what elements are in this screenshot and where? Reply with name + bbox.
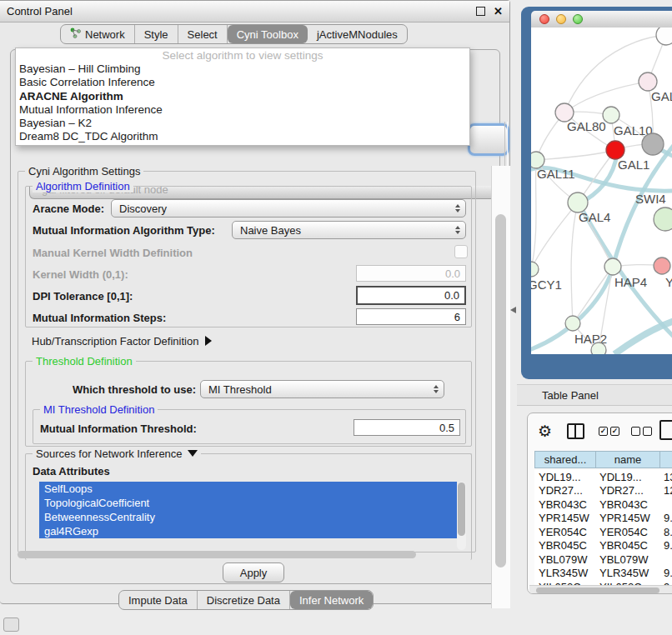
- columns-icon[interactable]: [567, 423, 584, 439]
- data-attribute-item[interactable]: gal4RGexp: [39, 524, 457, 538]
- mi-algorithm-type-select[interactable]: Naive Bayes: [232, 221, 466, 239]
- occluded-focused-combobox[interactable]: [468, 123, 509, 156]
- which-threshold-select[interactable]: MI Threshold: [200, 380, 444, 398]
- which-threshold-value: MI Threshold: [208, 383, 272, 396]
- expander-arrow-icon: [205, 336, 212, 346]
- table-row[interactable]: YDL19...YDL19...13: [534, 470, 672, 484]
- network-node[interactable]: [654, 258, 670, 274]
- tab-discretize-data[interactable]: Discretize Data: [198, 591, 290, 609]
- network-node-label: GCY1: [531, 278, 562, 292]
- top-tab-bar: Network Style Select Cyni Toolbox jActiv…: [60, 24, 408, 44]
- tab-label: Select: [188, 28, 218, 41]
- network-node[interactable]: [531, 152, 544, 168]
- table-column-header[interactable]: name: [595, 451, 659, 468]
- algorithm-option[interactable]: ARACNE Algorithm: [16, 90, 469, 103]
- tab-infer-network[interactable]: Infer Network: [290, 591, 373, 609]
- algorithm-option[interactable]: Bayesian – K2: [16, 117, 469, 130]
- tab-style[interactable]: Style: [135, 25, 178, 43]
- collapsed-panel-button[interactable]: [3, 618, 19, 632]
- float-window-icon[interactable]: [476, 7, 485, 16]
- network-node[interactable]: [606, 141, 624, 159]
- hub-factor-label: Hub/Transcription Factor Definition: [32, 335, 198, 348]
- tab-select[interactable]: Select: [178, 25, 228, 43]
- data-attributes-list[interactable]: SelfLoopsTopologicalCoefficientBetweenne…: [39, 482, 457, 538]
- network-node[interactable]: [604, 258, 621, 275]
- table-cell: YBR043C: [534, 498, 595, 511]
- hub-factor-expander[interactable]: Hub/Transcription Factor Definition: [32, 335, 212, 348]
- network-node-label: GAL1: [618, 158, 649, 172]
- list-scrollbar[interactable]: [457, 482, 466, 550]
- aracne-mode-select[interactable]: Discovery: [111, 199, 466, 218]
- algorithm-option[interactable]: Dream8 DC_TDC Algorithm: [16, 130, 469, 143]
- kernel-width-field[interactable]: 0.0: [356, 265, 466, 282]
- network-node-label: GAL11: [537, 167, 575, 181]
- tab-label: Network: [85, 28, 125, 41]
- tab-cyni-toolbox[interactable]: Cyni Toolbox: [228, 25, 308, 43]
- network-node[interactable]: [639, 72, 657, 91]
- tab-label: Impute Data: [128, 594, 188, 607]
- algorithm-dropdown-popup: Select algorithm to view settings Bayesi…: [15, 48, 470, 146]
- unchecked-box-icon: [643, 427, 652, 436]
- table-row[interactable]: YLR345WYLR345W9.: [534, 567, 672, 581]
- tab-label: Cyni Toolbox: [237, 28, 298, 41]
- algorithm-option[interactable]: Mutual Information Inference: [16, 103, 469, 117]
- algorithm-option[interactable]: Bayesian – Hill Climbing: [16, 62, 469, 76]
- data-attribute-item[interactable]: BetweennessCentrality: [39, 510, 457, 524]
- dpi-tolerance-field[interactable]: 0.0: [356, 286, 466, 305]
- deselect-all-boxes-icon[interactable]: [631, 427, 652, 436]
- network-canvas[interactable]: GALGAL80GAL10GAL1GAL11SWI4GAL4HAP4YGCY1H…: [531, 28, 672, 354]
- algorithm-option[interactable]: Basic Correlation Inference: [16, 76, 469, 89]
- network-node[interactable]: [642, 133, 664, 155]
- apply-button[interactable]: Apply: [223, 562, 284, 582]
- data-attribute-item[interactable]: TopologicalCoefficient: [39, 496, 457, 510]
- tab-jactivemnodules[interactable]: jActiveMNodules: [308, 25, 407, 43]
- close-traffic-light-icon[interactable]: [539, 14, 549, 24]
- settings-vertical-scrollbar[interactable]: [491, 166, 510, 608]
- table-panel-title: Table Panel: [542, 389, 599, 402]
- manual-kernel-label: Manual Kernel Width Definition: [33, 247, 193, 259]
- manual-kernel-checkbox[interactable]: [454, 245, 468, 258]
- apply-label: Apply: [240, 567, 268, 579]
- mi-steps-label: Mutual Information Steps:: [33, 312, 166, 324]
- table-row[interactable]: YER054CYER054C8.: [534, 525, 672, 539]
- table-column-header[interactable]: shared...: [534, 451, 595, 468]
- table-column-header[interactable]: [659, 451, 672, 468]
- data-attribute-item[interactable]: SelfLoops: [39, 482, 457, 496]
- table-panel-window: ⚙ ✓✓ shared...name YDL19...YDL19...13YDR…: [527, 412, 672, 594]
- select-all-checks-icon[interactable]: ✓✓: [599, 427, 619, 436]
- network-node-label: GAL80: [567, 119, 606, 133]
- horizontal-scrollbar[interactable]: [18, 551, 416, 558]
- tab-impute-data[interactable]: Impute Data: [119, 591, 198, 609]
- table-horizontal-scrollbar[interactable]: [529, 585, 672, 594]
- mi-threshold-field[interactable]: 0.5: [354, 419, 460, 436]
- panel-title: Control Panel: [7, 5, 73, 18]
- table-row[interactable]: YBL079WYBL079W: [534, 552, 672, 567]
- table-row[interactable]: YBR043CYBR043C: [534, 498, 672, 512]
- mi-steps-field[interactable]: 6: [356, 308, 466, 325]
- network-node[interactable]: [656, 28, 672, 45]
- gear-icon[interactable]: ⚙: [538, 422, 552, 441]
- table-header-row: shared...name: [534, 451, 672, 468]
- minimize-traffic-light-icon[interactable]: [556, 14, 566, 24]
- network-node[interactable]: [531, 262, 539, 277]
- close-icon[interactable]: ✕: [494, 5, 503, 18]
- network-node[interactable]: [591, 342, 606, 354]
- group-mi-threshold-definition: MI Threshold Definition Mutual Informati…: [33, 409, 466, 444]
- table-row[interactable]: YDR27...YDR27...12: [534, 484, 672, 498]
- network-node-label: SWI4: [635, 192, 666, 206]
- file-icon[interactable]: [659, 420, 672, 440]
- table-cell: 9.: [659, 512, 672, 524]
- data-attributes-label: Data Attributes: [33, 465, 110, 478]
- zoom-traffic-light-icon[interactable]: [573, 14, 583, 24]
- collapse-arrow-icon[interactable]: [188, 450, 198, 457]
- network-node[interactable]: [565, 316, 580, 331]
- network-node-label: GAL: [651, 89, 672, 103]
- algorithm-placeholder: Select algorithm to view settings: [16, 48, 469, 62]
- table-row[interactable]: YBR045CYBR045C9.: [534, 539, 672, 553]
- table-cell: 8.: [659, 526, 672, 538]
- tab-network[interactable]: Network: [61, 25, 135, 43]
- table-row[interactable]: YPR145WYPR145W9.: [534, 512, 672, 526]
- network-node[interactable]: [603, 107, 619, 123]
- network-window-titlebar[interactable]: [531, 11, 672, 28]
- network-node[interactable]: [654, 208, 672, 231]
